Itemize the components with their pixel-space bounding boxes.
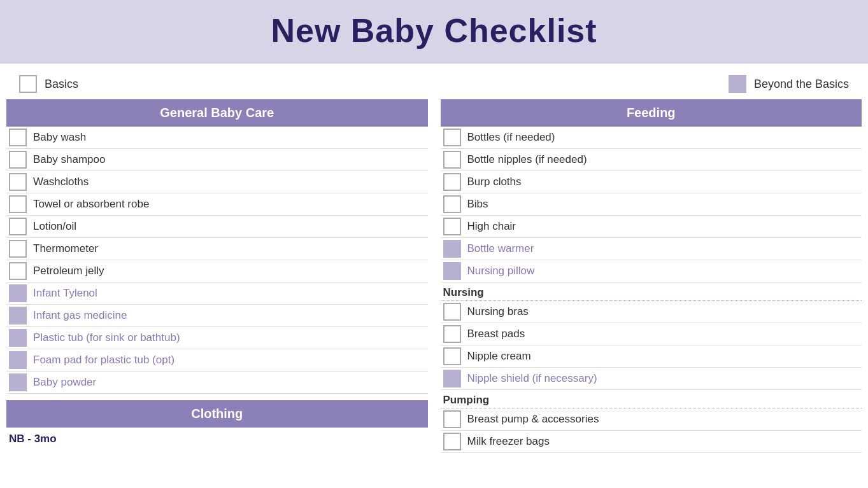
beyond-legend-label: Beyond the Basics: [754, 78, 849, 91]
basics-checkbox[interactable]: [443, 195, 461, 213]
basics-checkbox[interactable]: [443, 303, 461, 321]
pumping-list: Breast pump & accessoriesMilk freezer ba…: [441, 408, 862, 453]
basics-checkbox[interactable]: [9, 262, 27, 280]
basics-checkbox[interactable]: [443, 347, 461, 365]
basics-checkbox[interactable]: [9, 173, 27, 191]
item-label: Nipple shield (if necessary): [467, 370, 597, 387]
item-label: Burp cloths: [467, 173, 522, 191]
item-label: Lotion/oil: [33, 218, 76, 235]
list-item: Foam pad for plastic tub (opt): [6, 349, 428, 372]
list-item: Petroleum jelly: [6, 260, 428, 282]
item-label: Towel or absorbent robe: [33, 195, 149, 213]
item-label: Foam pad for plastic tub (opt): [33, 351, 174, 369]
list-item: Baby wash: [6, 127, 428, 149]
item-label: Baby shampoo: [33, 151, 105, 169]
basics-checkbox-icon: [19, 75, 37, 93]
list-item: Bottle nipples (if needed): [441, 149, 862, 171]
basics-checkbox[interactable]: [443, 325, 461, 343]
list-item: Milk freezer bags: [441, 431, 862, 453]
list-item: Breast pump & accessories: [441, 408, 862, 431]
right-column: Feeding Bottles (if needed)Bottle nipple…: [441, 99, 862, 453]
item-label: Petroleum jelly: [33, 262, 104, 280]
basics-checkbox[interactable]: [9, 195, 27, 213]
basics-checkbox[interactable]: [443, 410, 461, 428]
feeding-list: Bottles (if needed)Bottle nipples (if ne…: [441, 127, 862, 282]
item-label: Plastic tub (for sink or bathtub): [33, 329, 180, 347]
clothing-section: Clothing NB - 3mo: [6, 400, 428, 447]
item-label: Washcloths: [33, 173, 89, 191]
page-header: New Baby Checklist: [0, 0, 868, 64]
general-baby-care-list: Baby washBaby shampooWashclothsTowel or …: [6, 127, 428, 394]
clothing-header: Clothing: [6, 400, 428, 428]
nursing-label: Nursing: [441, 282, 862, 301]
list-item: Plastic tub (for sink or bathtub): [6, 327, 428, 349]
list-item: Thermometer: [6, 238, 428, 260]
beyond-checkbox[interactable]: [443, 370, 461, 387]
item-label: Nipple cream: [467, 347, 531, 365]
basics-checkbox[interactable]: [443, 173, 461, 191]
list-item: Nipple cream: [441, 345, 862, 368]
basics-checkbox[interactable]: [443, 433, 461, 450]
item-label: Nursing bras: [467, 303, 529, 321]
nursing-list: Nursing brasBreast padsNipple creamNippl…: [441, 301, 862, 390]
item-label: Bottle warmer: [467, 240, 534, 258]
item-label: Bottle nipples (if needed): [467, 151, 587, 169]
item-label: Breast pads: [467, 325, 525, 343]
list-item: Nursing pillow: [441, 260, 862, 282]
beyond-checkbox-icon: [729, 75, 746, 93]
legend-bar: Basics Beyond the Basics: [0, 64, 868, 99]
item-label: High chair: [467, 218, 516, 235]
feeding-section: Feeding Bottles (if needed)Bottle nipple…: [441, 99, 862, 453]
beyond-checkbox[interactable]: [443, 240, 461, 258]
item-label: Bibs: [467, 195, 488, 213]
item-label: Bottles (if needed): [467, 129, 555, 146]
list-item: Bottle warmer: [441, 238, 862, 260]
list-item: Towel or absorbent robe: [6, 193, 428, 216]
beyond-checkbox[interactable]: [9, 373, 27, 391]
beyond-legend: Beyond the Basics: [729, 75, 849, 93]
list-item: Bottles (if needed): [441, 127, 862, 149]
beyond-checkbox[interactable]: [9, 351, 27, 369]
page-title: New Baby Checklist: [0, 11, 868, 50]
nb-label: NB - 3mo: [6, 428, 428, 447]
list-item: Washcloths: [6, 171, 428, 193]
list-item: Lotion/oil: [6, 216, 428, 238]
basics-checkbox[interactable]: [9, 129, 27, 146]
item-label: Infant Tylenol: [33, 284, 97, 302]
basics-legend-label: Basics: [45, 78, 78, 91]
item-label: Breast pump & accessories: [467, 410, 599, 428]
basics-checkbox[interactable]: [9, 240, 27, 258]
pumping-label: Pumping: [441, 390, 862, 408]
list-item: High chair: [441, 216, 862, 238]
list-item: Bibs: [441, 193, 862, 216]
basics-checkbox[interactable]: [9, 218, 27, 235]
basics-checkbox[interactable]: [443, 129, 461, 146]
beyond-checkbox[interactable]: [9, 307, 27, 324]
general-baby-care-header: General Baby Care: [6, 99, 428, 127]
list-item: Infant Tylenol: [6, 282, 428, 305]
general-baby-care-section: General Baby Care Baby washBaby shampooW…: [6, 99, 428, 394]
item-label: Baby powder: [33, 373, 96, 391]
list-item: Breast pads: [441, 323, 862, 345]
list-item: Burp cloths: [441, 171, 862, 193]
item-label: Thermometer: [33, 240, 98, 258]
basics-checkbox[interactable]: [9, 151, 27, 169]
beyond-checkbox[interactable]: [9, 329, 27, 347]
main-content: General Baby Care Baby washBaby shampooW…: [0, 99, 868, 453]
list-item: Baby powder: [6, 372, 428, 394]
list-item: Nipple shield (if necessary): [441, 368, 862, 390]
left-column: General Baby Care Baby washBaby shampooW…: [6, 99, 428, 453]
list-item: Infant gas medicine: [6, 305, 428, 327]
list-item: Nursing bras: [441, 301, 862, 323]
list-item: Baby shampoo: [6, 149, 428, 171]
item-label: Infant gas medicine: [33, 307, 127, 324]
item-label: Nursing pillow: [467, 262, 535, 280]
beyond-checkbox[interactable]: [9, 284, 27, 302]
item-label: Baby wash: [33, 129, 86, 146]
item-label: Milk freezer bags: [467, 433, 550, 450]
basics-checkbox[interactable]: [443, 151, 461, 169]
basics-legend: Basics: [19, 75, 729, 93]
beyond-checkbox[interactable]: [443, 262, 461, 280]
feeding-header: Feeding: [441, 99, 862, 127]
basics-checkbox[interactable]: [443, 218, 461, 235]
